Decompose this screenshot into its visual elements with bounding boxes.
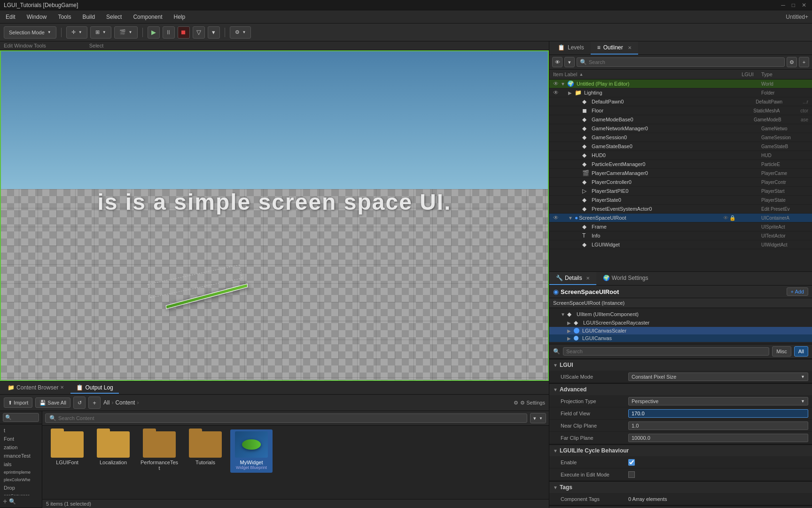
outliner-filter-btn[interactable]: ▾ — [564, 57, 575, 67]
section-tags-header[interactable]: ▼ Tags — [549, 481, 812, 493]
cb-add-btn[interactable]: + — [3, 497, 7, 506]
ol-item-pcm[interactable]: 🎬 PlayerCameraManager0 PlayerCame — [549, 169, 812, 178]
outliner-eye-btn[interactable]: 👁 — [552, 57, 562, 67]
dt-item-uiitem[interactable]: ▼ ◆ UIItem (UIItemComponent) — [549, 310, 812, 318]
ol-item-gamenetwork[interactable]: ◆ GameNetworkManager0 GameNetwo — [549, 124, 812, 133]
toolbar-build-btn[interactable]: ⚙ — [230, 26, 251, 39]
add-content-btn[interactable]: + — [88, 397, 101, 409]
cb-search-input[interactable] — [58, 415, 523, 421]
selection-mode-dropdown[interactable]: Selection Mode — [4, 26, 56, 39]
toolbar-stop-btn[interactable]: ⏹ — [178, 26, 190, 39]
prop-checkbox-enable[interactable] — [628, 459, 635, 466]
sidebar-item-drop[interactable]: Drop — [0, 484, 42, 492]
col-item-label[interactable]: Item Label ▲ — [553, 71, 734, 77]
outliner-search[interactable]: 🔍 — [577, 57, 785, 67]
cb-tab-close[interactable]: ✕ — [60, 385, 64, 390]
menu-build[interactable]: Build — [80, 13, 97, 21]
tab-levels[interactable]: 📋 Levels — [551, 41, 591, 55]
ol-action-eye[interactable]: 👁 — [723, 215, 728, 221]
expand-1[interactable]: ▶ — [568, 90, 575, 95]
outliner-add-btn[interactable]: + — [799, 57, 809, 67]
breadcrumb-content[interactable]: Content — [115, 399, 135, 406]
view-options-btn[interactable]: ↺ — [73, 397, 86, 409]
section-cooking-header[interactable]: ▼ Cooking — [549, 506, 812, 508]
prop-input-near[interactable] — [628, 421, 808, 430]
toolbar-camera-btn[interactable]: 🎬 — [114, 26, 138, 39]
widget-mywidget[interactable]: MyWidget Widget Blueprint — [230, 429, 273, 473]
dt-expand-canvas[interactable]: ▶ — [567, 336, 574, 341]
cb-filter-search[interactable]: 🔍 — [3, 413, 39, 422]
details-add-btn[interactable]: + Add — [787, 287, 808, 296]
sidebar-item-loc[interactable]: zation — [0, 443, 42, 452]
cb-search-icon-btn[interactable]: 🔍 — [9, 498, 16, 505]
ol-item-pspie[interactable]: ▷ PlayerStartPIE0 PlayerStart — [549, 187, 812, 196]
ol-item-floor[interactable]: ◼ Floor StaticMeshA ctor — [549, 106, 812, 115]
save-all-btn[interactable]: 💾 Save All — [35, 397, 70, 408]
prop-value-uiscale[interactable]: Constant Pixel Size ▼ — [628, 373, 808, 381]
toolbar-eject-btn[interactable]: ▽ — [193, 26, 205, 39]
close-btn[interactable]: ✕ — [800, 2, 808, 8]
cb-view-dropdown[interactable]: ▾ — [530, 413, 546, 423]
ol-item-pc[interactable]: ◆ PlayerController0 PlayerContr — [549, 178, 812, 187]
folder-lguifont[interactable]: LGUIFont — [46, 429, 88, 473]
expand-ssroot[interactable]: ▼ — [568, 215, 575, 221]
ol-item-playing[interactable]: 👁 ▼ 🌍 Untitled (Play in Editor) World — [549, 79, 812, 88]
dt-item-raycaster[interactable]: ▶ ◆ LGUIScreenSpaceRaycaster — [549, 318, 812, 327]
outliner-settings-btn[interactable]: ⚙ — [787, 57, 797, 67]
dt-item-canvas[interactable]: ▶ LGUICanvas — [549, 334, 812, 342]
prop-value-projection[interactable]: Perspective ▼ — [628, 397, 808, 405]
menu-edit[interactable]: Edit — [4, 13, 17, 21]
sidebar-item-complex[interactable]: plexColorWhe — [0, 476, 42, 484]
folder-localization[interactable]: Localization — [92, 429, 134, 473]
menu-help[interactable]: Help — [172, 13, 187, 21]
breadcrumb-all[interactable]: All — [103, 399, 109, 406]
filter-misc-btn[interactable]: Misc — [772, 346, 791, 357]
dt-item-canvasscaler[interactable]: ▶ LGUICanvasScaler — [549, 327, 812, 334]
menu-window[interactable]: Window — [25, 13, 49, 21]
folder-perftest[interactable]: PerformanceTest — [138, 429, 180, 473]
ol-item-lighting[interactable]: 👁 ▶ 📁 Lighting Folder — [549, 88, 812, 97]
toolbar-more-btn[interactable]: ▾ — [208, 26, 220, 39]
details-search-input[interactable] — [563, 347, 769, 356]
toolbar-translate-btn[interactable]: ✛ — [66, 26, 87, 39]
ol-item-gamemode[interactable]: ◆ GameModeBase0 GameModeB ase — [549, 115, 812, 124]
tab-content-browser[interactable]: 📁 Content Browser ✕ — [2, 382, 70, 394]
tab-world-settings[interactable]: 🌍 World Settings — [596, 272, 655, 285]
vis-icon-ssroot[interactable]: 👁 — [553, 214, 561, 221]
details-tab-close[interactable]: ✕ — [586, 276, 590, 281]
prop-input-far[interactable] — [628, 434, 808, 442]
ol-item-defaultpawn[interactable]: ◆ DefaultPawn0 DefaultPawn ...r — [549, 97, 812, 106]
menu-tools[interactable]: Tools — [56, 13, 73, 21]
menu-select[interactable]: Select — [104, 13, 124, 21]
folder-tutorials[interactable]: Tutorials — [184, 429, 226, 473]
settings-btn[interactable]: ⚙ ⚙ Settings — [514, 400, 545, 406]
sidebar-item-0[interactable]: t — [0, 426, 42, 435]
toolbar-pause-btn[interactable]: ⏸ — [163, 26, 175, 39]
tab-outliner[interactable]: ≡ Outliner ✕ — [591, 41, 638, 55]
sidebar-item-perf[interactable]: rmanceTest — [0, 452, 42, 460]
dt-expand-raycaster[interactable]: ▶ — [567, 320, 574, 325]
maximize-btn[interactable]: □ — [790, 2, 797, 8]
outliner-tab-close[interactable]: ✕ — [628, 45, 632, 50]
ol-item-frame[interactable]: ◆ Frame UISpriteAct — [549, 222, 812, 231]
section-lifecycle-header[interactable]: ▼ LGUILife Cycle Behaviour — [549, 444, 812, 456]
ol-item-particle[interactable]: ◆ ParticleEventManager0 ParticleE — [549, 160, 812, 169]
ol-item-gamestate[interactable]: ◆ GameStateBase0 GameStateB — [549, 142, 812, 151]
vis-icon-0[interactable]: 👁 — [553, 80, 561, 87]
ol-action-lock[interactable]: 🔒 — [729, 215, 736, 221]
tab-output-log[interactable]: 📋 Output Log — [70, 382, 118, 394]
sidebar-item-eprint[interactable]: eprintImpleme — [0, 468, 42, 476]
import-btn[interactable]: ⬆ Import — [4, 397, 32, 408]
outliner-search-input[interactable] — [589, 59, 781, 65]
menu-component[interactable]: Component — [131, 13, 164, 21]
tab-details[interactable]: 🔧 Details ✕ — [549, 272, 596, 285]
ol-item-ps[interactable]: ◆ PlayerState0 PlayerState — [549, 196, 812, 205]
section-advanced-header[interactable]: ▼ Advanced — [549, 383, 812, 395]
prop-checkbox-execute[interactable] — [628, 471, 635, 478]
ol-item-lguiwidget[interactable]: ◆ LGUIWidget UIWidgetAct — [549, 240, 812, 249]
ol-item-preset[interactable]: ◆ PresetEventSystemActor0 Edit PresetEv — [549, 205, 812, 214]
section-lgui-header[interactable]: ▼ LGUI — [549, 359, 812, 371]
sidebar-item-font[interactable]: Font — [0, 435, 42, 443]
ol-item-info[interactable]: T Info UITextActor — [549, 231, 812, 240]
dt-expand-uiitem[interactable]: ▼ — [561, 312, 567, 317]
